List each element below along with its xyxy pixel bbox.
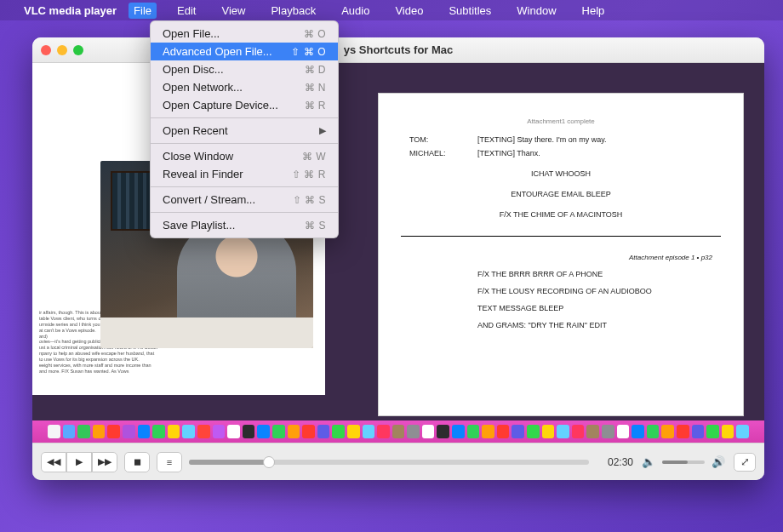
dock-app-icon[interactable]	[586, 425, 599, 438]
dock-app-icon[interactable]	[661, 425, 674, 438]
dock-app-icon[interactable]	[377, 425, 390, 438]
dock-app-icon[interactable]	[706, 425, 719, 438]
dock-app-icon[interactable]	[722, 425, 734, 438]
playlist-button[interactable]: ≡	[157, 452, 182, 472]
volume-slider[interactable]	[662, 460, 705, 464]
dock-app-icon[interactable]	[467, 425, 480, 438]
menu-file[interactable]: File	[129, 3, 157, 19]
dock-app-icon[interactable]	[152, 425, 165, 438]
volume-low-icon[interactable]: 🔈	[640, 454, 657, 471]
file-menu-item[interactable]: Open Network...⌘ N	[151, 78, 338, 96]
dock-app-icon[interactable]	[182, 425, 195, 438]
forward-button[interactable]: ▶▶	[92, 452, 117, 472]
dock-app-icon[interactable]	[572, 425, 585, 438]
file-menu-item[interactable]: Open Capture Device...⌘ R	[151, 96, 338, 114]
dock-app-icon[interactable]	[422, 425, 435, 438]
rewind-button[interactable]: ◀◀	[41, 452, 66, 472]
menu-item-label: Open Disc...	[163, 63, 224, 76]
menu-help[interactable]: Help	[577, 3, 610, 19]
dock-app-icon[interactable]	[482, 425, 494, 438]
fullscreen-button[interactable]: ⤢	[734, 453, 756, 472]
right-document: Attachment1 complete TOM:[TEXTING] Stay …	[378, 93, 744, 416]
menu-item-shortcut: ⌘ O	[304, 28, 326, 40]
menu-edit[interactable]: Edit	[172, 3, 201, 19]
dock-app-icon[interactable]	[512, 425, 524, 438]
dock-app-icon[interactable]	[602, 425, 614, 438]
file-menu-item[interactable]: Open Disc...⌘ D	[151, 60, 338, 78]
page-label: Attachment episode 1 • p32	[409, 254, 712, 261]
file-menu-item[interactable]: Open File...⌘ O	[151, 25, 338, 43]
dock-app-icon[interactable]	[647, 425, 660, 438]
dock-app-icon[interactable]	[227, 425, 240, 438]
file-menu-item[interactable]: Close Window⌘ W	[151, 147, 338, 165]
dock-app-icon[interactable]	[123, 425, 135, 438]
file-menu-dropdown[interactable]: Open File...⌘ OAdvanced Open File...⇧ ⌘ …	[150, 20, 339, 238]
doc-header: Attachment1 complete	[409, 117, 712, 125]
app-name[interactable]: VLC media player	[24, 4, 117, 17]
file-menu-item[interactable]: Convert / Stream...⇧ ⌘ S	[151, 191, 338, 209]
menu-view[interactable]: View	[216, 3, 250, 19]
stop-button[interactable]: ◼	[124, 452, 150, 472]
seek-slider[interactable]	[189, 460, 589, 465]
menu-item-label: Open Capture Device...	[163, 99, 278, 112]
dock-app-icon[interactable]	[302, 425, 315, 438]
dock-app-icon[interactable]	[542, 425, 555, 438]
file-menu-item[interactable]: Save Playlist...⌘ S	[151, 216, 338, 234]
dock-app-icon[interactable]	[288, 425, 300, 438]
menu-playback[interactable]: Playback	[266, 3, 321, 19]
dock-app-icon[interactable]	[407, 425, 420, 438]
elapsed-time[interactable]: 02:30	[596, 456, 633, 468]
menu-item-shortcut: ⌘ D	[305, 64, 327, 76]
dock-app-icon[interactable]	[93, 425, 106, 438]
dock-app-icon[interactable]	[497, 425, 510, 438]
file-menu-item[interactable]: Open Recent▶	[151, 122, 338, 140]
dock-app-icon[interactable]	[632, 425, 644, 438]
dock-app-icon[interactable]	[48, 425, 60, 438]
script-line: MICHAEL:[TEXTING] Thanx.	[409, 149, 712, 157]
dock-app-icon[interactable]	[363, 425, 375, 438]
dock-app-icon[interactable]	[243, 425, 255, 438]
dock-app-icon[interactable]	[138, 425, 151, 438]
menu-window[interactable]: Window	[512, 3, 561, 19]
script-body-line: TEXT MESSAGE BLEEP	[477, 304, 712, 312]
desktop-dock-strip	[32, 420, 764, 443]
video-area[interactable]: ir affairs, though. This is about betray…	[32, 63, 764, 443]
dock-app-icon[interactable]	[617, 425, 630, 438]
dock-app-icon[interactable]	[272, 425, 285, 438]
dock-app-icon[interactable]	[317, 425, 330, 438]
menu-item-shortcut: ⌘ W	[302, 151, 326, 163]
file-menu-item[interactable]: Reveal in Finder⇧ ⌘ R	[151, 165, 338, 183]
dock-app-icon[interactable]	[63, 425, 76, 438]
dock-app-icon[interactable]	[452, 425, 465, 438]
dock-app-icon[interactable]	[77, 425, 90, 438]
dock-app-icon[interactable]	[692, 425, 705, 438]
left-doc-line: and more. F/X Susan has wanted. As Vows	[39, 369, 318, 375]
dock-app-icon[interactable]	[107, 425, 120, 438]
menu-item-shortcut: ⇧ ⌘ R	[292, 169, 326, 180]
dock-app-icon[interactable]	[332, 425, 345, 438]
dock-app-icon[interactable]	[347, 425, 360, 438]
dock-app-icon[interactable]	[557, 425, 569, 438]
menu-audio[interactable]: Audio	[336, 3, 374, 19]
script-body-line: F/X THE LOUSY RECORDING OF AN AUDIOBOO	[477, 287, 712, 295]
dock-app-icon[interactable]	[437, 425, 449, 438]
menu-separator	[151, 186, 338, 187]
menu-video[interactable]: Video	[390, 3, 428, 19]
dock-app-icon[interactable]	[527, 425, 540, 438]
dock-app-icon[interactable]	[392, 425, 405, 438]
left-doc-line: eeight services, with more staff and mor…	[39, 363, 318, 369]
dock-app-icon[interactable]	[257, 425, 270, 438]
menu-separator	[151, 117, 338, 118]
menu-subtitles[interactable]: Subtitles	[443, 3, 496, 19]
dock-app-icon[interactable]	[677, 425, 689, 438]
file-menu-item[interactable]: Advanced Open File...⇧ ⌘ O	[151, 43, 338, 60]
transport-buttons: ◀◀ ▶ ▶▶	[41, 452, 117, 472]
dock-app-icon[interactable]	[197, 425, 210, 438]
window-titlebar[interactable]: ys Shortcuts for Mac	[32, 37, 764, 63]
dock-app-icon[interactable]	[168, 425, 180, 438]
dock-app-icon[interactable]	[213, 425, 226, 438]
play-button[interactable]: ▶	[66, 452, 92, 472]
volume-high-icon[interactable]: 🔊	[710, 454, 727, 471]
seek-knob[interactable]	[263, 456, 275, 468]
dock-app-icon[interactable]	[736, 425, 749, 438]
